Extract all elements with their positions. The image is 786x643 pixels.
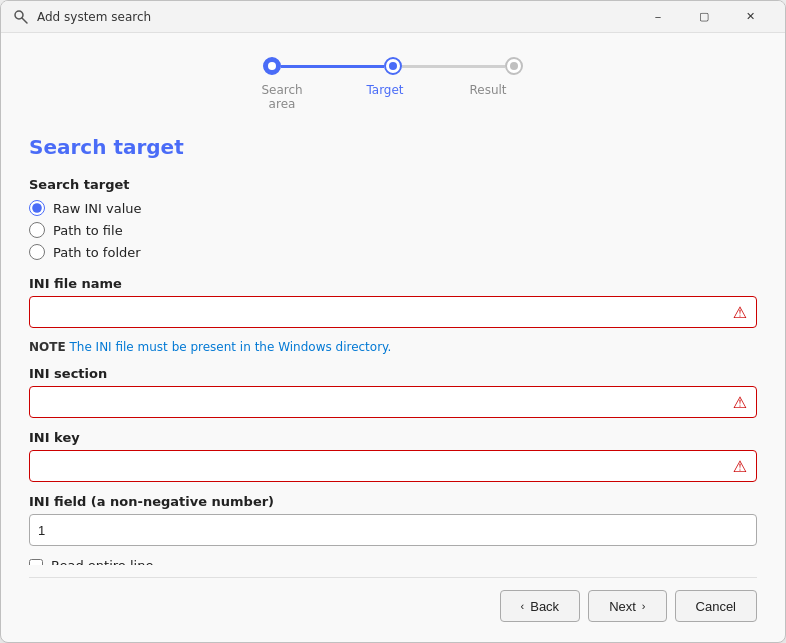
ini-field-input[interactable] [29, 514, 757, 546]
radio-raw-ini-label: Raw INI value [53, 201, 142, 216]
search-target-label: Search target [29, 177, 757, 192]
stepper-labels: Search area Target Result [263, 83, 523, 111]
ini-field-field: INI field (a non-negative number) [29, 494, 757, 546]
ini-key-field: INI key ⚠ [29, 430, 757, 482]
step-line-1 [281, 65, 384, 68]
step-label-1: Search area [247, 83, 317, 111]
ini-section-wrapper: ⚠ [29, 386, 757, 418]
ini-field-wrapper [29, 514, 757, 546]
content-area: Search area Target Result Search target … [1, 33, 785, 642]
main-window: Add system search − ▢ ✕ [0, 0, 786, 643]
titlebar: Add system search − ▢ ✕ [1, 1, 785, 33]
radio-path-folder-input[interactable] [29, 244, 45, 260]
progress-stepper: Search area Target Result [29, 57, 757, 111]
radio-path-folder[interactable]: Path to folder [29, 244, 757, 260]
radio-group: Raw INI value Path to file Path to folde… [29, 200, 757, 260]
step-label-2: Target [350, 83, 420, 111]
read-entire-line-label: Read entire line [51, 558, 153, 565]
note-text: The INI file must be present in the Wind… [69, 340, 391, 354]
ini-section-input[interactable] [29, 386, 757, 418]
radio-path-file[interactable]: Path to file [29, 222, 757, 238]
ini-file-name-field: INI file name ⚠ [29, 276, 757, 328]
ini-file-name-wrapper: ⚠ [29, 296, 757, 328]
step-2-circle [384, 57, 402, 75]
svg-line-1 [22, 18, 27, 23]
radio-raw-ini[interactable]: Raw INI value [29, 200, 757, 216]
ini-file-name-input[interactable] [29, 296, 757, 328]
form-section: Search target Raw INI value Path to file… [29, 177, 757, 565]
page-title: Search target [29, 135, 757, 159]
ini-section-field: INI section ⚠ [29, 366, 757, 418]
ini-field-label: INI field (a non-negative number) [29, 494, 757, 509]
next-label: Next [609, 599, 636, 614]
search-target-group: Search target Raw INI value Path to file… [29, 177, 757, 260]
cancel-label: Cancel [696, 599, 736, 614]
back-icon: ‹ [521, 600, 525, 612]
note-label: NOTE [29, 340, 66, 354]
ini-key-wrapper: ⚠ [29, 450, 757, 482]
back-button[interactable]: ‹ Back [500, 590, 581, 622]
radio-path-file-label: Path to file [53, 223, 123, 238]
next-icon: › [642, 600, 646, 612]
radio-path-file-input[interactable] [29, 222, 45, 238]
cancel-button[interactable]: Cancel [675, 590, 757, 622]
ini-key-input[interactable] [29, 450, 757, 482]
step-1-circle [263, 57, 281, 75]
titlebar-left: Add system search [13, 9, 151, 25]
read-entire-line-checkbox[interactable] [29, 559, 43, 566]
ini-note: NOTE The INI file must be present in the… [29, 340, 757, 354]
radio-path-folder-label: Path to folder [53, 245, 141, 260]
footer: ‹ Back Next › Cancel [29, 577, 757, 626]
step-line-2 [402, 65, 505, 68]
ini-file-name-label: INI file name [29, 276, 757, 291]
step-3-circle [505, 57, 523, 75]
maximize-button[interactable]: ▢ [681, 1, 727, 33]
read-entire-line-row[interactable]: Read entire line [29, 558, 757, 565]
back-label: Back [530, 599, 559, 614]
minimize-button[interactable]: − [635, 1, 681, 33]
step-label-3: Result [453, 83, 523, 111]
radio-raw-ini-input[interactable] [29, 200, 45, 216]
window-controls: − ▢ ✕ [635, 1, 773, 33]
ini-key-label: INI key [29, 430, 757, 445]
app-icon [13, 9, 29, 25]
window-title: Add system search [37, 10, 151, 24]
stepper-track [263, 57, 523, 75]
next-button[interactable]: Next › [588, 590, 666, 622]
close-button[interactable]: ✕ [727, 1, 773, 33]
ini-section-label: INI section [29, 366, 757, 381]
